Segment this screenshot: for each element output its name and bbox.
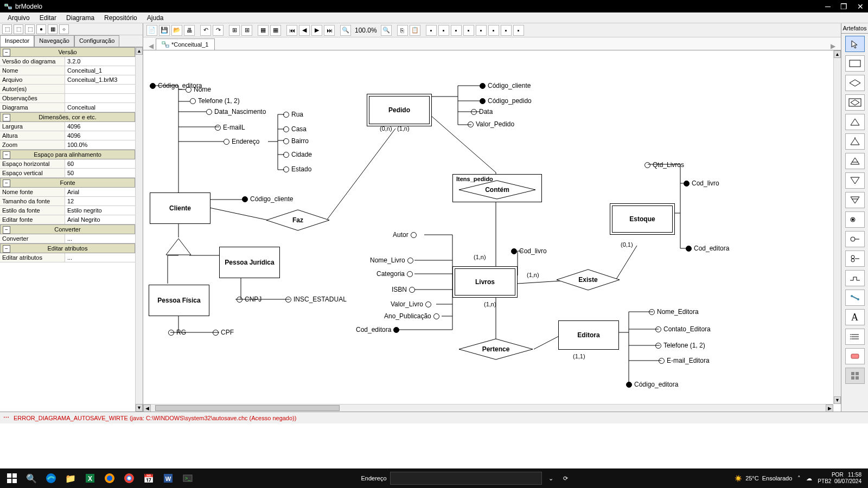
taskbar-refresh-icon[interactable]: ⟳ (560, 475, 571, 482)
tab-prev-icon[interactable]: ◀ (146, 42, 156, 50)
palette-eraser-icon[interactable] (845, 348, 865, 364)
tab-next-icon[interactable]: ▶ (828, 42, 838, 50)
menu-repositorio[interactable]: Repositório (100, 13, 142, 23)
rel-pertence[interactable]: Pertence (458, 338, 534, 361)
attr-ano-pub[interactable]: Ano_Publicação (384, 312, 439, 320)
attr-rg[interactable]: RG (168, 329, 186, 336)
rel-faz[interactable]: Faz (265, 209, 330, 232)
toolbar-align2-icon[interactable]: ⊞ (241, 25, 252, 36)
toolbar-zoom-icon[interactable]: 🔍 (340, 25, 351, 36)
tool-btn-2[interactable]: ⬚ (14, 24, 23, 34)
section-fonte[interactable]: −Fonte (0, 178, 135, 188)
excel-icon[interactable]: X (80, 468, 100, 488)
attr-bairro[interactable]: Bairro (283, 137, 309, 145)
attr-rua[interactable]: Rua (283, 111, 303, 118)
entity-livros[interactable]: Livros (452, 266, 518, 298)
prop-arquivo[interactable]: Conceitual_1.brM3 (65, 75, 135, 84)
prop-esp-v[interactable]: 50 (65, 169, 135, 177)
word-icon[interactable]: W (158, 468, 178, 488)
tray-chevron-icon[interactable]: ˄ (797, 475, 801, 482)
entity-cliente[interactable]: Cliente (150, 192, 210, 224)
palette-spec4-icon[interactable] (845, 172, 865, 189)
explorer-icon[interactable]: 📁 (61, 468, 80, 488)
attr-data[interactable]: Data (471, 108, 493, 115)
toolbar-a3-icon[interactable]: ▪ (451, 25, 462, 36)
weather-widget[interactable]: ☀️ 25°C Ensolarado (735, 475, 792, 482)
prop-obs[interactable] (65, 94, 135, 102)
palette-spec2-icon[interactable] (845, 133, 865, 150)
attr-cod-editora[interactable]: Cod_editora (356, 326, 399, 333)
tool-btn-4[interactable]: ● (36, 24, 46, 34)
calendar-icon[interactable]: 📅 (139, 468, 158, 488)
tray-cloud-icon[interactable]: ☁ (806, 475, 812, 482)
toolbar-a4-icon[interactable]: ▪ (463, 25, 474, 36)
terminal-icon[interactable]: >_ (178, 468, 197, 488)
toolbar-a7-icon[interactable]: ▪ (501, 25, 512, 36)
tab-configuracao[interactable]: Configuração (74, 35, 119, 47)
toolbar-align1-icon[interactable]: ⊞ (229, 25, 240, 36)
attr-isbn[interactable]: ISBN (392, 286, 415, 293)
attr-email-editora[interactable]: E-mail_Editora (659, 357, 710, 364)
toolbar-ungroup-icon[interactable]: ▦ (270, 25, 281, 36)
toolbar-a5-icon[interactable]: ▪ (476, 25, 487, 36)
taskbar-clock[interactable]: POR 11:58 PTB2 06/07/2024 (818, 472, 861, 485)
palette-line-icon[interactable] (845, 270, 865, 286)
attr-data-nasc[interactable]: Data_Nascimento (206, 108, 266, 115)
palette-link-icon[interactable] (845, 290, 865, 306)
start-button[interactable] (2, 468, 22, 488)
palette-attr-multi-icon[interactable] (845, 251, 865, 267)
toolbar-first-icon[interactable]: ⏮ (286, 25, 297, 36)
palette-grid-icon[interactable] (845, 368, 865, 384)
palette-assoc-entity-icon[interactable] (845, 94, 865, 111)
prop-altura[interactable]: 4096 (65, 131, 135, 140)
entity-pessoa-juridica[interactable]: Pessoa Jurídica (219, 247, 280, 278)
attr-codigo-editora2[interactable]: Código_editora (626, 381, 678, 388)
toolbar-paste-icon[interactable]: 📋 (410, 25, 420, 36)
toolbar-save-icon[interactable]: 💾 (159, 25, 170, 36)
section-editar-attr[interactable]: −Editar atributos (0, 243, 135, 253)
palette-text-icon[interactable]: A (845, 309, 865, 325)
section-versao[interactable]: −Versão (0, 47, 135, 57)
toolbar-prev-icon[interactable]: ◀ (299, 25, 310, 36)
tab-inspector[interactable]: Inspector (0, 35, 34, 47)
prop-tam-fonte[interactable]: 12 (65, 197, 135, 206)
palette-attr-key-icon[interactable] (845, 211, 865, 228)
search-icon[interactable]: 🔍 (22, 468, 41, 488)
toolbar-last-icon[interactable]: ⏭ (324, 25, 335, 36)
menu-ajuda[interactable]: Ajuda (143, 13, 168, 23)
props-scrollbar[interactable]: ▲ ▼ (135, 47, 143, 412)
maximize-button[interactable]: ❐ (840, 2, 847, 11)
menu-diagrama[interactable]: Diagrama (62, 13, 99, 23)
prop-editar-fonte[interactable]: Arial Negrito (65, 215, 135, 224)
menu-arquivo[interactable]: Arquivo (3, 13, 34, 23)
palette-pointer-icon[interactable] (845, 36, 865, 52)
prop-estilo-fonte[interactable]: Estilo negrito (65, 206, 135, 215)
toolbar-open-icon[interactable]: 📂 (171, 25, 182, 36)
attr-autor[interactable]: Autor (393, 231, 417, 239)
chrome-icon[interactable] (119, 468, 139, 488)
attr-email[interactable]: E-mailL (215, 124, 245, 131)
prop-autor[interactable] (65, 85, 135, 93)
attr-nome[interactable]: Nome (186, 86, 211, 93)
attr-cpf[interactable]: CPF (213, 329, 234, 336)
prop-nome[interactable]: Conceitual_1 (65, 66, 135, 75)
prop-diagrama[interactable]: Conceitual (65, 103, 135, 112)
palette-spec-icon[interactable] (845, 114, 865, 130)
attr-cidade[interactable]: Cidade (283, 151, 312, 158)
attr-cod-editora2[interactable]: Cod_editora (686, 245, 729, 252)
doc-tab-conceitual[interactable]: *Conceitual_1 (156, 38, 215, 50)
attr-codigo-cliente[interactable]: Código_cliente (242, 195, 293, 203)
palette-entity-icon[interactable] (845, 55, 865, 72)
toolbar-print-icon[interactable]: 🖶 (184, 25, 195, 36)
toolbar-undo-icon[interactable]: ↶ (200, 25, 211, 36)
canvas-vscroll[interactable]: ▲ ▼ (833, 50, 841, 404)
tab-navegacao[interactable]: Navegação (34, 35, 74, 47)
attr-telefone-editora[interactable]: Telefone (1, 2) (655, 342, 705, 349)
canvas-hscroll[interactable]: ◀ ▶ (143, 404, 833, 412)
entity-editora[interactable]: Editora (558, 320, 619, 350)
toolbar-a8-icon[interactable]: ▪ (513, 25, 524, 36)
close-button[interactable]: ✕ (857, 2, 864, 11)
toolbar-redo-icon[interactable]: ↷ (213, 25, 224, 36)
prop-converter[interactable]: ... (65, 234, 135, 243)
toolbar-zoomfit-icon[interactable]: 🔍 (381, 25, 392, 36)
